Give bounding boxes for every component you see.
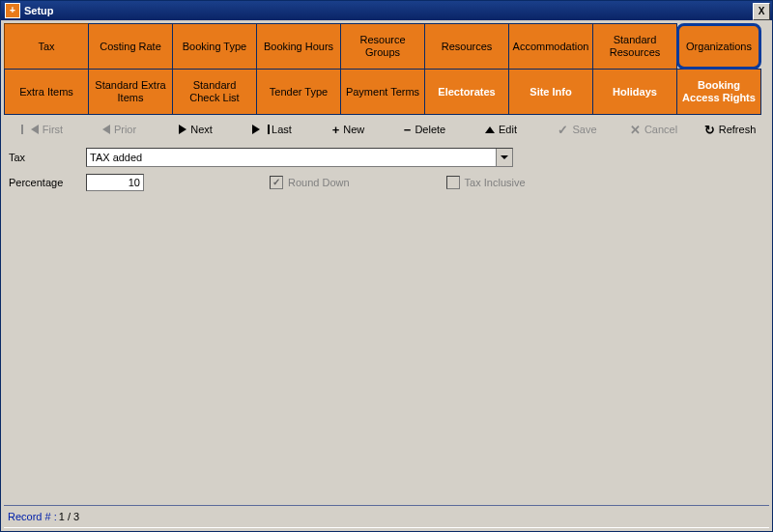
record-count-value: 1 / 3	[59, 511, 79, 522]
nav-first-label: First	[43, 124, 63, 135]
tax-row: Tax	[9, 147, 764, 168]
tab-site-info[interactable]: Site Info	[508, 69, 593, 115]
tax-combo[interactable]	[86, 148, 513, 167]
tab-booking-type[interactable]: Booking Type	[172, 23, 257, 70]
tab-resources[interactable]: Resources	[424, 23, 509, 70]
tax-inclusive-checkbox[interactable]: Tax Inclusive	[446, 176, 526, 189]
tab-tax[interactable]: Tax	[4, 23, 89, 70]
x-icon: ✕	[630, 124, 641, 136]
close-button[interactable]: X	[753, 3, 770, 20]
nav-next[interactable]: Next	[157, 118, 234, 141]
tab-costing-rate[interactable]: Costing Rate	[88, 23, 173, 70]
tab-extra-items[interactable]: Extra Items	[4, 69, 89, 115]
plus-icon: +	[332, 124, 340, 136]
tab-holidays[interactable]: Holidays	[592, 69, 677, 115]
refresh-icon: ↻	[704, 124, 715, 136]
app-icon	[5, 3, 20, 18]
percent-label: Percentage	[9, 177, 86, 188]
tab-booking-access-rights[interactable]: Booking Access Rights	[676, 69, 761, 115]
last-icon	[252, 125, 260, 134]
tax-dropdown-button[interactable]	[496, 149, 512, 166]
prev-icon	[102, 125, 110, 134]
chevron-down-icon	[501, 155, 508, 159]
record-toolbar: First Prior Next Last +New −Delete Edit …	[1, 118, 772, 141]
action-save[interactable]: ✓Save	[539, 118, 616, 141]
round-down-checkbox[interactable]: Round Down	[270, 176, 350, 189]
action-refresh-label: Refresh	[719, 124, 757, 135]
checkbox-icon	[446, 176, 460, 189]
record-count-label: Record # :	[8, 511, 57, 522]
action-edit[interactable]: Edit	[463, 118, 539, 141]
check-icon: ✓	[558, 124, 568, 136]
tax-inclusive-label: Tax Inclusive	[465, 177, 526, 188]
tax-label: Tax	[9, 152, 86, 163]
status-bar: Record # : 1 / 3	[4, 505, 769, 528]
percent-input[interactable]	[86, 174, 144, 191]
action-delete[interactable]: −Delete	[386, 118, 463, 141]
action-new[interactable]: +New	[310, 118, 386, 141]
nav-first[interactable]: First	[5, 118, 81, 141]
minus-icon: −	[404, 124, 412, 136]
round-down-label: Round Down	[288, 177, 350, 188]
tab-accommodation[interactable]: Accommodation	[508, 23, 593, 70]
first-icon	[31, 125, 39, 134]
nav-last[interactable]: Last	[234, 118, 310, 141]
tax-input[interactable]	[87, 149, 496, 166]
action-save-label: Save	[572, 124, 596, 135]
titlebar: Setup X	[1, 1, 772, 20]
next-icon	[179, 125, 186, 134]
action-delete-label: Delete	[415, 124, 445, 135]
edit-icon	[485, 126, 495, 133]
checkbox-icon	[270, 176, 283, 189]
action-cancel[interactable]: ✕Cancel	[616, 118, 692, 141]
tab-booking-hours[interactable]: Booking Hours	[256, 23, 341, 70]
nav-next-label: Next	[190, 124, 213, 135]
nav-last-label: Last	[272, 124, 292, 135]
action-new-label: New	[343, 124, 364, 135]
setup-window: Setup X Tax Costing Rate Booking Type Bo…	[0, 0, 773, 532]
action-cancel-label: Cancel	[644, 124, 677, 135]
nav-prior[interactable]: Prior	[81, 118, 157, 141]
tab-standard-resources[interactable]: Standard Resources	[592, 23, 677, 70]
tab-bar: Tax Costing Rate Booking Type Booking Ho…	[1, 20, 772, 114]
window-title: Setup	[24, 5, 54, 16]
tab-organizations[interactable]: Organizations	[676, 23, 761, 70]
percent-row: Percentage Round Down Tax Inclusive	[9, 172, 764, 193]
action-edit-label: Edit	[499, 124, 517, 135]
tab-resource-groups[interactable]: Resource Groups	[340, 23, 425, 70]
tab-electorates[interactable]: Electorates	[424, 69, 509, 115]
form-panel: Tax Percentage Round Down Tax Inclusive	[1, 141, 772, 203]
tab-tender-type[interactable]: Tender Type	[256, 69, 341, 115]
nav-prior-label: Prior	[114, 124, 136, 135]
tab-payment-terms[interactable]: Payment Terms	[340, 69, 425, 115]
tab-standard-extra-items[interactable]: Standard Extra Items	[88, 69, 173, 115]
tab-standard-check-list[interactable]: Standard Check List	[172, 69, 257, 115]
action-refresh[interactable]: ↻Refresh	[692, 118, 768, 141]
